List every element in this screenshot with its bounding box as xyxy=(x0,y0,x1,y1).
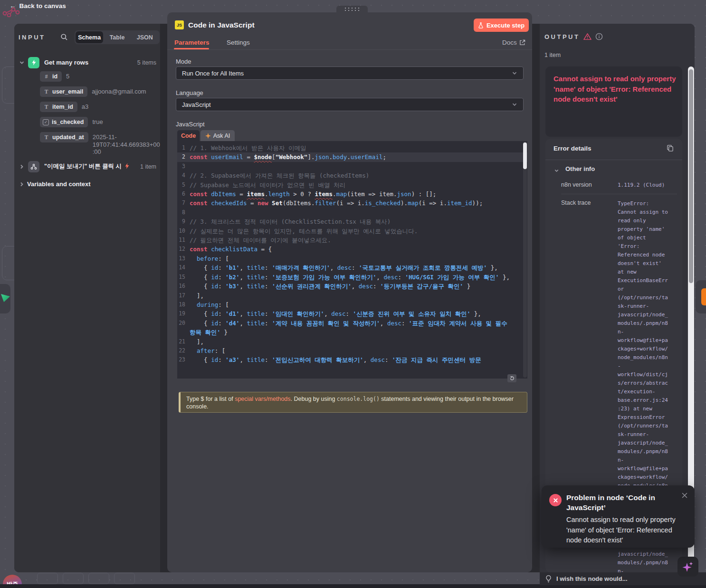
code-line-2[interactable]: 2const userEmail = $node["Webhook"].json… xyxy=(177,152,527,161)
line-number: 3 xyxy=(177,162,190,171)
feedback-prompt: I wish this node would... xyxy=(556,575,628,582)
output-scrollbar-thumb[interactable] xyxy=(689,69,693,283)
search-icon[interactable] xyxy=(60,33,68,43)
line-number: 6 xyxy=(177,190,190,199)
line-number: 5 xyxy=(177,180,190,190)
field-value: 2025-11-19T07:41:44.669383+00:00 xyxy=(93,133,160,156)
error-message: Cannot assign to read only property 'nam… xyxy=(553,74,678,104)
schema-field-user_email[interactable]: Tuser_emailajjoona@gmail.com xyxy=(40,86,160,97)
input-node-stub[interactable] xyxy=(0,284,10,313)
code-line-18[interactable]: 18 during: [ xyxy=(177,300,527,309)
special-vars-link[interactable]: special vars/methods xyxy=(235,396,290,402)
code-line-1[interactable]: 1// 1. Webhook에서 받은 사용자 이메일 xyxy=(177,143,527,152)
input-tab-json[interactable]: JSON xyxy=(131,31,159,43)
language-select[interactable]: JavaScript xyxy=(176,98,524,111)
schema-field-is_checked[interactable]: ✓is_checkedtrue xyxy=(40,117,160,127)
toast-title: Problem in node ‘Code in JavaScript’ xyxy=(566,493,678,512)
line-content: const userEmail = $node["Webhook"].json.… xyxy=(190,152,527,161)
line-content: ], xyxy=(190,337,527,346)
ai-assistant-button[interactable] xyxy=(677,557,698,577)
code-line-22[interactable]: 22 after: [ xyxy=(177,346,527,355)
schema-field-updated_at[interactable]: Tupdated_at2025-11-19T07:41:44.669383+00… xyxy=(40,132,160,156)
line-number: 20 xyxy=(177,319,190,337)
row-divider xyxy=(561,194,677,194)
code-line-15[interactable]: 15 { id: 'b2', title: '보증보험 가입 가능 여부 확인하… xyxy=(177,273,527,282)
docs-link[interactable]: Docs xyxy=(502,39,525,46)
code-line-17[interactable]: 17 ], xyxy=(177,291,527,300)
line-content: // 실제로는 더 많은 항목이 있지만, 테스트를 위해 일부만 예시로 넣었… xyxy=(190,227,527,236)
line-content: { id: 'b2', title: '보증보험 가입 가능 여부 확인하기',… xyxy=(190,273,527,282)
canvas-toolbar-ghost xyxy=(88,573,109,584)
trigger-bolt-icon xyxy=(124,162,130,171)
line-content: { id: 'd4', title: '계약 내용 꼼꼼히 확인 및 작성하기'… xyxy=(190,319,527,337)
field-name: id xyxy=(52,73,57,80)
tab-code[interactable]: Code xyxy=(177,130,200,141)
hint-text: . Debug by using xyxy=(291,396,337,402)
code-line-5[interactable]: 5// Supabase 노드에서 데이터가 없으면 빈 배열 처리 xyxy=(177,180,527,190)
schema-field-id[interactable]: #id5 xyxy=(40,71,160,82)
details-divider xyxy=(545,160,682,160)
back-to-canvas-button[interactable]: ← Back to canvas xyxy=(10,2,66,9)
supabase-node-icon xyxy=(28,57,39,68)
canvas-toolbar-ghost xyxy=(63,573,84,584)
code-line-8[interactable]: 8 xyxy=(177,208,527,217)
code-line-19[interactable]: 19 { id: 'd1', title: '임대인 확인하기', desc: … xyxy=(177,309,527,318)
chevron-down-icon xyxy=(512,102,517,107)
code-line-7[interactable]: 7const checkedIds = new Set(dbItems.filt… xyxy=(177,199,527,208)
line-number: 12 xyxy=(177,245,190,254)
code-line-4[interactable]: 4// 2. Supabase에서 가져온 체크된 항목들 (checkedIt… xyxy=(177,171,527,180)
code-line-9[interactable]: 9// 3. 체크리스트 정적 데이터 (ChecklistSection.ts… xyxy=(177,217,527,226)
line-number: 10 xyxy=(177,227,190,236)
code-line-11[interactable]: 11// 필요하면 전체 데이터를 여기에 붙여넣으세요. xyxy=(177,236,527,245)
boolean-type-icon: ✓ xyxy=(43,119,49,125)
input-panel: INPUT SchemaTableJSON Get many rows 5 it… xyxy=(14,24,160,572)
info-icon[interactable] xyxy=(595,33,603,42)
variables-and-context-row[interactable]: Variables and context xyxy=(14,179,160,190)
output-node-stub[interactable] xyxy=(696,280,706,313)
code-line-10[interactable]: 10// 실제로는 더 많은 항목이 있지만, 테스트를 위해 일부만 예시로 … xyxy=(177,227,527,236)
code-line-23[interactable]: 23 { id: 'a3', title: '전입신고하여 대항력 확보하기',… xyxy=(177,355,527,364)
canvas-toolbar-ghost xyxy=(114,573,135,584)
line-number: 18 xyxy=(177,300,190,309)
close-icon[interactable] xyxy=(681,492,688,501)
code-line-12[interactable]: 12const checklistData = { xyxy=(177,245,527,254)
hint-code: console.log() xyxy=(337,396,380,402)
editor-scrollbar-thumb[interactable] xyxy=(523,142,527,169)
code-line-6[interactable]: 6const dbItems = items.length > 0 ? item… xyxy=(177,190,527,199)
line-number: 19 xyxy=(177,309,190,318)
schema-field-item_id[interactable]: Titem_ida3 xyxy=(40,102,160,112)
panel-drag-handle[interactable] xyxy=(336,6,368,13)
chevron-down-icon[interactable] xyxy=(554,167,559,175)
tab-settings[interactable]: Settings xyxy=(227,39,250,46)
number-type-icon: # xyxy=(43,74,50,79)
drag-dots-icon xyxy=(345,8,359,11)
chevron-right-icon xyxy=(19,164,25,170)
other-info-label[interactable]: Other info xyxy=(565,165,595,172)
hint-text: Type $ for a list of xyxy=(186,396,235,402)
copy-icon[interactable] xyxy=(667,144,674,153)
code-line-3[interactable]: 3 xyxy=(177,162,527,171)
ai-sparkles-icon xyxy=(682,561,694,572)
javascript-node-icon: JS xyxy=(175,20,184,29)
code-editor[interactable]: 1// 1. Webhook에서 받은 사용자 이메일2const userEm… xyxy=(177,141,527,379)
undo-icon xyxy=(509,376,515,381)
execute-step-button[interactable]: Execute step xyxy=(474,19,529,32)
input-tab-table[interactable]: Table xyxy=(103,31,131,43)
code-line-20[interactable]: 20 { id: 'd4', title: '계약 내용 꼼꼼히 확인 및 작성… xyxy=(177,319,527,337)
line-number: 7 xyxy=(177,199,190,208)
code-line-21[interactable]: 21 ], xyxy=(177,337,527,346)
input-tab-schema[interactable]: Schema xyxy=(76,31,103,43)
line-content: { id: 'b1', title: '매매가격 확인하기', desc: '국… xyxy=(190,263,527,272)
schema-node-webhook[interactable]: "이메일 보내기" 버튼 클릭 시 1 item xyxy=(14,161,160,173)
tab-ask-ai[interactable]: Ask AI xyxy=(200,130,235,141)
schema-node-get-many-rows[interactable]: Get many rows 5 items xyxy=(14,54,160,71)
editor-history-button[interactable] xyxy=(507,374,516,382)
code-line-13[interactable]: 13 before: [ xyxy=(177,254,527,263)
docs-label: Docs xyxy=(502,39,517,46)
code-line-16[interactable]: 16 { id: 'b3', title: '선순위 권리관계 확인하기', d… xyxy=(177,282,527,291)
code-line-14[interactable]: 14 { id: 'b1', title: '매매가격 확인하기', desc:… xyxy=(177,263,527,272)
editor-scrollbar-track[interactable] xyxy=(523,142,527,378)
chevron-down-icon xyxy=(19,60,25,66)
tab-parameters[interactable]: Parameters xyxy=(174,39,210,46)
mode-select[interactable]: Run Once for All Items xyxy=(176,66,524,80)
